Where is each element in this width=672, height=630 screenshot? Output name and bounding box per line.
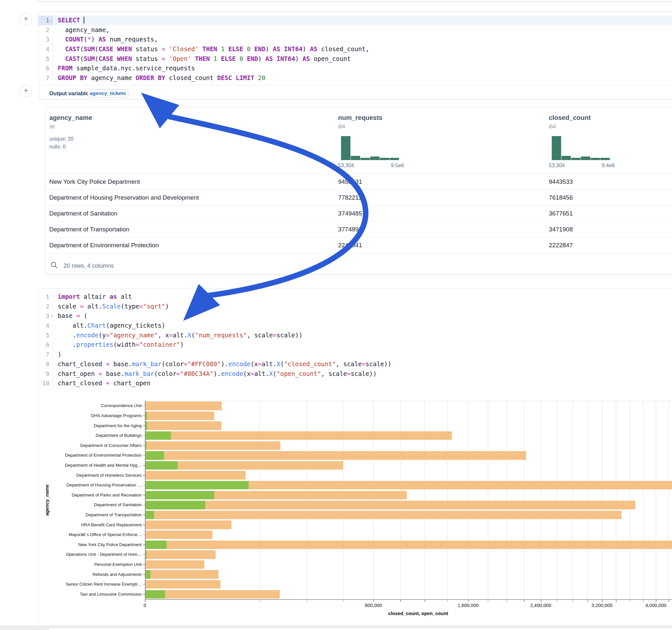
table-cell-value: 3677651 <box>549 210 573 217</box>
column-stat: unique: 20 <box>49 136 74 142</box>
table-cell-value: 2222847 <box>549 242 573 249</box>
sql-code-editor[interactable]: 1∨SELECT 2 agency_name,3 COUNT(*) AS num… <box>38 16 672 83</box>
table-cell-value: 2240041 <box>338 242 362 249</box>
histogram-bar <box>561 156 571 160</box>
table-cell-value: 7618456 <box>549 194 573 201</box>
histogram-bar <box>552 136 561 160</box>
code-text: alt.Chart(agency_tickets) <box>58 321 165 331</box>
column-type: i64 <box>549 124 556 130</box>
histogram-min-label: 53,304 <box>338 163 354 169</box>
histogram-bar <box>341 136 351 160</box>
table-cell-agency: Department of Transportation <box>49 226 129 233</box>
cell-footer-divider <box>39 85 672 85</box>
row-divider <box>46 237 672 238</box>
table-cell-value: 3471908 <box>549 226 573 233</box>
code-line[interactable]: 1import altair as alt <box>38 292 672 302</box>
row-divider <box>46 205 672 206</box>
line-number: 8 <box>38 359 49 369</box>
row-divider <box>46 190 672 190</box>
line-number: 6 <box>38 64 49 73</box>
row-divider <box>46 174 672 174</box>
code-text: .properties(width="container") <box>58 340 184 350</box>
add-cell-button[interactable]: + <box>20 13 32 25</box>
output-variable-pill[interactable]: agency_tickets <box>88 90 128 98</box>
add-cell-button[interactable]: + <box>20 84 32 97</box>
code-line[interactable]: 2scale = alt.Scale(type="sqrt") <box>38 302 672 311</box>
fold-caret-icon[interactable]: ∨ <box>51 311 55 321</box>
line-number: 5 <box>38 331 49 340</box>
table-cell-value: 7782211 <box>338 194 362 201</box>
table-cell-value: 3749485 <box>338 210 362 217</box>
code-line[interactable]: 6FROM sample_data.nyc.service_requests <box>38 64 672 73</box>
code-text: .encode(y="agency_name", x=alt.X("num_re… <box>58 331 303 340</box>
line-number: 2 <box>38 25 49 35</box>
line-number: 3 <box>38 35 49 44</box>
line-number: 7 <box>38 73 49 83</box>
line-number: 9 <box>38 369 49 379</box>
histogram-min-label: 53,304 <box>549 163 565 169</box>
line-number: 1 <box>38 16 49 25</box>
table-cell-agency: New York City Police Department <box>49 178 140 185</box>
code-text: CAST(SUM(CASE WHEN status = 'Closed' THE… <box>58 44 369 54</box>
previous-cell-edge <box>36 0 672 2</box>
code-text: agency_name, <box>58 25 110 35</box>
code-text: CAST(SUM(CASE WHEN status = 'Open' THEN … <box>58 54 351 64</box>
histogram-bar <box>390 158 399 160</box>
line-number: 2 <box>38 302 49 311</box>
search-icon[interactable] <box>50 261 58 269</box>
python-code-editor[interactable]: 1import altair as alt2scale = alt.Scale(… <box>38 292 672 388</box>
line-number: 4 <box>38 44 49 54</box>
text-cursor <box>83 17 84 24</box>
line-number: 4 <box>38 321 49 331</box>
code-line[interactable]: 4 alt.Chart(agency_tickets) <box>38 321 672 331</box>
code-line[interactable]: 3∨base = ( <box>38 311 672 321</box>
code-text: chart_closed = base.mark_bar(color="#FFC… <box>58 359 391 369</box>
code-line[interactable]: 5 .encode(y="agency_name", x=alt.X("num_… <box>38 331 672 340</box>
next-cell-edge <box>49 628 672 630</box>
histogram-bar <box>360 158 370 160</box>
line-number: 10 <box>38 379 49 388</box>
dataframe-card <box>45 107 672 274</box>
column-name: agency_name <box>49 114 92 122</box>
code-line[interactable]: 7GROUP BY agency_name ORDER BY closed_co… <box>38 73 672 83</box>
code-line[interactable]: 7) <box>38 350 672 359</box>
code-line[interactable]: 10chart_closed + chart_open <box>38 379 672 388</box>
histogram-max-label: 9.4e6 <box>602 163 615 169</box>
table-cell-value: 9443533 <box>549 178 573 185</box>
histogram-bar <box>351 156 360 160</box>
table-dimensions-label: 20 rows, 4 columns <box>64 263 114 269</box>
code-line[interactable]: 2 agency_name, <box>38 25 672 35</box>
histogram-bar <box>571 158 581 160</box>
code-line[interactable]: 9chart_open = base.mark_bar(color="#8BC3… <box>38 369 672 379</box>
code-text: SELECT <box>58 16 84 25</box>
line-number: 5 <box>38 54 49 64</box>
code-text: ) <box>58 350 61 359</box>
code-text: GROUP BY agency_name ORDER BY closed_cou… <box>58 73 265 83</box>
column-type: str <box>49 124 55 130</box>
code-line[interactable]: 6 .properties(width="container") <box>38 340 672 350</box>
table-cell-agency: Department of Environmental Protection <box>49 242 159 249</box>
code-line[interactable]: 3 COUNT(*) AS num_requests, <box>38 35 672 44</box>
histogram-max-label: 9.5e6 <box>391 163 404 169</box>
code-line[interactable]: 8chart_closed = base.mark_bar(color="#FF… <box>38 359 672 369</box>
code-line[interactable]: 5 CAST(SUM(CASE WHEN status = 'Open' THE… <box>38 54 672 64</box>
code-text: chart_open = base.mark_bar(color="#8BC34… <box>58 369 377 379</box>
code-line[interactable]: 4 CAST(SUM(CASE WHEN status = 'Closed' T… <box>38 44 672 54</box>
line-number: 6 <box>38 340 49 350</box>
column-name: closed_count <box>549 114 591 122</box>
code-text: scale = alt.Scale(type="sqrt") <box>58 302 169 311</box>
code-text: chart_closed + chart_open <box>58 379 150 388</box>
code-line[interactable]: 1∨SELECT <box>38 16 672 25</box>
code-text: COUNT(*) AS num_requests, <box>58 35 158 44</box>
code-text: FROM sample_data.nyc.service_requests <box>58 64 195 73</box>
histogram-bar <box>581 156 590 160</box>
line-number: 3 <box>38 311 49 321</box>
table-cell-agency: Department of Housing Preservation and D… <box>49 194 199 201</box>
table-cell-value: 9453131 <box>338 178 362 185</box>
histogram-bar <box>370 156 380 160</box>
line-number: 7 <box>38 350 49 359</box>
code-text: base = ( <box>58 311 88 321</box>
histogram-bar <box>380 158 389 160</box>
output-variable-label: Output variable: <box>49 91 91 97</box>
fold-caret-icon[interactable]: ∨ <box>51 16 55 26</box>
